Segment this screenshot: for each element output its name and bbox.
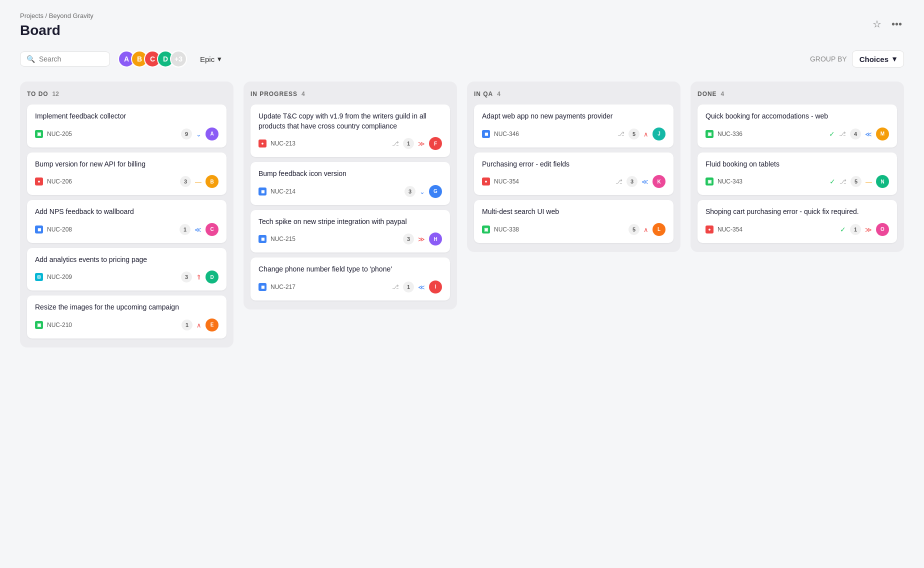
card-title: Implement feedback collector [35, 112, 218, 122]
choices-label: Choices [860, 55, 888, 64]
card-todo-2[interactable]: Bump version for new API for billing ● N… [27, 152, 226, 196]
ticket-badge: NUC-343 [718, 178, 742, 185]
card-todo-4[interactable]: Add analytics events to pricing page ⊞ N… [27, 248, 226, 291]
count-badge: 3 [180, 176, 191, 187]
column-title-todo: TO DO [27, 90, 48, 98]
column-title-done: DONE [698, 90, 717, 98]
count-badge: 5 [628, 224, 640, 235]
card-ip-4[interactable]: Change phone number field type to 'phone… [250, 258, 450, 300]
card-avatar: H [429, 232, 442, 246]
card-title: Purchasing error - edit fields [482, 160, 666, 170]
ticket-badge: NUC-346 [494, 130, 519, 138]
branch-icon: ⎇ [392, 284, 399, 290]
card-avatar: G [429, 185, 442, 198]
count-badge: 3 [403, 234, 414, 244]
ticket-badge: NUC-214 [270, 188, 296, 195]
ticket-badge: NUC-338 [494, 226, 519, 233]
star-button[interactable]: ☆ [870, 16, 884, 32]
card-title: Add NPS feedback to wallboard [35, 207, 218, 217]
ticket-type-icon: ◼ [258, 283, 266, 291]
card-done-1[interactable]: Quick booking for accomodations - web ▣ … [698, 104, 897, 148]
ticket-badge: NUC-217 [270, 284, 296, 290]
priority-icon: ≪ [418, 282, 425, 292]
priority-icon: ≪ [194, 225, 202, 234]
card-qa-1[interactable]: Adapt web app no new payments provider ◼… [474, 104, 674, 148]
card-qa-3[interactable]: Multi-dest search UI web ▣ NUC-338 5 ∧ L [474, 200, 674, 243]
branch-icon: ⎇ [840, 178, 846, 185]
card-done-3[interactable]: Shoping cart purchasing error - quick fi… [698, 200, 897, 243]
card-done-2[interactable]: Fluid booking on tablets ▣ NUC-343 ✓ ⎇ 5… [698, 152, 897, 196]
card-title: Tech spike on new stripe integration wit… [258, 217, 442, 227]
count-badge: 5 [628, 128, 640, 140]
card-todo-1[interactable]: Implement feedback collector ▣ NUC-205 9… [27, 104, 226, 148]
card-title: Multi-dest search UI web [482, 207, 666, 217]
count-badge: 1 [182, 320, 192, 330]
card-todo-5[interactable]: Resize the images for the upcoming campa… [27, 296, 226, 338]
more-button[interactable]: ••• [890, 16, 904, 32]
ticket-badge: NUC-210 [47, 322, 72, 328]
card-title: Bump version for new API for billing [35, 160, 218, 170]
column-todo: TO DO 12 Implement feedback collector ▣ … [20, 82, 234, 348]
ticket-badge: NUC-354 [718, 226, 742, 233]
ticket-badge: NUC-206 [47, 178, 72, 185]
ticket-type-icon: ● [706, 226, 714, 234]
avatar-count[interactable]: +3 [170, 50, 187, 68]
search-box: 🔍 [20, 52, 110, 66]
board: TO DO 12 Implement feedback collector ▣ … [20, 82, 904, 348]
column-inqa: IN QA 4 Adapt web app no new payments pr… [467, 82, 680, 252]
priority-icon: ≫ [865, 225, 872, 234]
branch-icon: ⎇ [616, 178, 622, 185]
priority-icon: ⌄ [420, 187, 425, 196]
choices-button[interactable]: Choices ▾ [852, 50, 904, 68]
ticket-type-icon: ▣ [706, 178, 714, 186]
card-ip-2[interactable]: Bump feedback icon version ◼ NUC-214 3 ⌄… [250, 162, 450, 205]
ticket-type-icon: ▣ [482, 226, 490, 234]
card-title: Add analytics events to pricing page [35, 255, 218, 265]
column-count-inqa: 4 [497, 90, 500, 98]
priority-icon: ≫ [418, 139, 425, 148]
card-avatar: B [206, 175, 218, 188]
card-avatar: M [876, 128, 889, 140]
ticket-badge: NUC-213 [270, 140, 296, 147]
check-icon: ✓ [840, 226, 846, 234]
epic-filter-button[interactable]: Epic ▾ [195, 52, 226, 66]
column-inprogress: IN PROGRESS 4 Update T&C copy with v1.9 … [244, 82, 457, 310]
card-title: Fluid booking on tablets [706, 160, 889, 170]
ticket-type-icon: ▣ [706, 130, 714, 138]
branch-icon: ⎇ [618, 130, 624, 138]
ticket-type-icon: ▣ [35, 321, 43, 329]
priority-icon: ⌄ [196, 130, 202, 138]
count-badge: 5 [850, 176, 862, 187]
card-ip-3[interactable]: Tech spike on new stripe integration wit… [250, 210, 450, 253]
card-avatar: J [652, 128, 666, 140]
ticket-badge: NUC-209 [47, 274, 72, 280]
ticket-type-icon: ◼ [35, 226, 43, 234]
priority-icon: ≫ [418, 234, 425, 244]
priority-icon: — [866, 177, 872, 186]
card-title: Resize the images for the upcoming campa… [35, 302, 218, 312]
ticket-badge: NUC-354 [494, 178, 519, 185]
priority-icon: ≪ [642, 177, 648, 186]
card-ip-1[interactable]: Update T&C copy with v1.9 from the write… [250, 104, 450, 157]
check-icon: ✓ [829, 130, 835, 138]
card-title: Update T&C copy with v1.9 from the write… [258, 112, 442, 131]
page-title: Board [20, 22, 904, 38]
ticket-type-icon: ● [258, 140, 266, 148]
count-badge: 1 [850, 224, 861, 235]
card-avatar: I [429, 280, 442, 294]
column-count-inprogress: 4 [302, 90, 305, 98]
card-todo-3[interactable]: Add NPS feedback to wallboard ◼ NUC-208 … [27, 200, 226, 243]
epic-label: Epic [200, 55, 214, 64]
card-avatar: O [876, 223, 889, 236]
count-badge: 3 [626, 176, 638, 187]
column-count-todo: 12 [52, 90, 59, 98]
ticket-type-icon: ◼ [258, 235, 266, 243]
card-qa-2[interactable]: Purchasing error - edit fields ● NUC-354… [474, 152, 674, 196]
team-avatars[interactable]: A B C D +3 [118, 50, 187, 68]
card-avatar: E [206, 318, 218, 332]
ticket-type-icon: ⊞ [35, 273, 43, 281]
search-input[interactable] [39, 55, 99, 63]
check-icon: ✓ [830, 178, 836, 186]
ticket-badge: NUC-208 [47, 226, 72, 233]
count-badge: 1 [403, 138, 414, 149]
